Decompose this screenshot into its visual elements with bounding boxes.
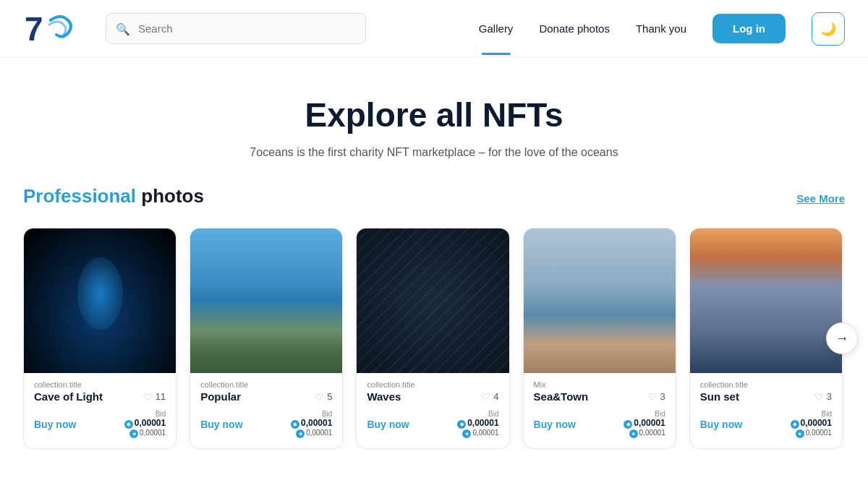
card-collection-sea-town: Mix — [534, 380, 665, 389]
login-button[interactable]: Log in — [712, 14, 786, 43]
cards-wrapper: collection.title Cave of Light ♡ 11 Buy … — [23, 228, 845, 449]
card-name-cave-of-light: Cave of Light — [34, 390, 103, 403]
price-value-sea-town: ◈0,00001 — [624, 418, 665, 429]
card-name-row-sun-set: Sun set ♡ 3 — [700, 390, 832, 403]
buy-button-sea-town[interactable]: Buy now — [534, 419, 576, 430]
see-more-link[interactable]: See More — [796, 192, 845, 205]
price-value-cave-of-light: ◈0,00001 — [124, 418, 166, 429]
arrow-right-icon: → — [835, 331, 848, 346]
price-value-waves: ◈0,00001 — [457, 418, 498, 429]
section-title-rest: photos — [136, 185, 204, 207]
cards-grid: collection.title Cave of Light ♡ 11 Buy … — [23, 228, 845, 449]
card-body-sea-town: Mix Sea&Town ♡ 3 Buy now Bid ◈0,00001 ◈0… — [524, 373, 676, 448]
moon-icon: 🌙 — [820, 21, 836, 37]
card-likes-cave-of-light: ♡ 11 — [143, 391, 166, 403]
section-title-accent: Professional — [23, 185, 136, 207]
logo[interactable]: 7 — [23, 7, 88, 51]
eth-icon-sea-town: ◈ — [624, 420, 632, 429]
eth-state-icon-waves: ◈ — [462, 429, 471, 438]
card-body-sun-set: collection.title Sun set ♡ 3 Buy now Bid… — [690, 373, 842, 448]
card-image-sea-town — [524, 228, 676, 373]
state-price-sea-town: ◈0,00001 — [624, 429, 665, 438]
buy-button-popular[interactable]: Buy now — [200, 419, 242, 430]
likes-count-popular: 5 — [327, 391, 332, 402]
search-icon: 🔍 — [116, 22, 130, 35]
next-arrow-button[interactable]: → — [826, 322, 858, 354]
price-value-sun-set: ◈0,00001 — [791, 418, 832, 429]
card-image-waves — [357, 228, 509, 373]
eth-icon-waves: ◈ — [457, 420, 466, 429]
card-likes-sun-set: ♡ 3 — [814, 391, 832, 403]
header: 7 🔍 Gallery Donate photos Thank you Log … — [0, 0, 868, 58]
card-price-row-sun-set: Buy now Bid ◈0,00001 ◈0,00001 — [700, 410, 832, 438]
card-name-row-cave-of-light: Cave of Light ♡ 11 — [34, 390, 166, 403]
card-likes-popular: ♡ 5 — [315, 391, 332, 403]
eth-state-icon-sea-town: ◈ — [629, 429, 638, 438]
card-body-popular: collection.title Popular ♡ 5 Buy now Bid… — [190, 373, 342, 448]
buy-button-sun-set[interactable]: Buy now — [700, 419, 742, 430]
likes-count-waves: 4 — [493, 391, 498, 402]
bid-label-popular: Bid — [291, 410, 332, 418]
theme-toggle-button[interactable]: 🌙 — [812, 12, 845, 46]
card-waves: collection.title Waves ♡ 4 Buy now Bid ◈… — [356, 228, 509, 449]
state-price-cave-of-light: ◈0,00001 — [124, 429, 166, 438]
nav-donate[interactable]: Donate photos — [539, 22, 610, 35]
hero-title: Explore all NFTs — [23, 95, 845, 134]
card-image-sun-set — [690, 228, 842, 373]
eth-icon-popular: ◈ — [291, 420, 299, 429]
card-likes-waves: ♡ 4 — [481, 391, 498, 403]
search-input[interactable] — [106, 13, 366, 44]
likes-count-cave-of-light: 11 — [156, 391, 166, 402]
heart-icon-sun-set: ♡ — [814, 391, 824, 403]
section-title: Professional photos — [23, 185, 204, 207]
card-name-popular: Popular — [200, 390, 241, 403]
heart-icon-cave-of-light: ♡ — [143, 391, 153, 403]
card-name-row-waves: Waves ♡ 4 — [367, 390, 498, 403]
card-name-row-popular: Popular ♡ 5 — [200, 390, 332, 403]
card-cave-of-light: collection.title Cave of Light ♡ 11 Buy … — [23, 228, 176, 449]
section-header: Professional photos See More — [23, 185, 845, 207]
likes-count-sun-set: 3 — [827, 391, 832, 402]
card-collection-sun-set: collection.title — [700, 380, 832, 389]
card-price-row-waves: Buy now Bid ◈0,00001 ◈0,00001 — [367, 410, 498, 438]
state-price-popular: ◈0,00001 — [291, 429, 332, 438]
card-collection-waves: collection.title — [367, 380, 498, 389]
card-body-waves: collection.title Waves ♡ 4 Buy now Bid ◈… — [357, 373, 509, 448]
bid-label-cave-of-light: Bid — [124, 410, 166, 418]
state-price-sun-set: ◈0,00001 — [791, 429, 832, 438]
card-name-row-sea-town: Sea&Town ♡ 3 — [534, 390, 665, 403]
heart-icon-sea-town: ♡ — [648, 391, 658, 403]
hero-section: Explore all NFTs 7oceans is the first ch… — [0, 58, 868, 185]
buy-button-waves[interactable]: Buy now — [367, 419, 409, 430]
bid-label-sun-set: Bid — [791, 410, 832, 418]
professional-photos-section: Professional photos See More collection.… — [0, 185, 868, 478]
card-price-info-sun-set: Bid ◈0,00001 ◈0,00001 — [791, 410, 832, 438]
hero-subtitle: 7oceans is the first charity NFT marketp… — [23, 146, 845, 159]
card-body-cave-of-light: collection.title Cave of Light ♡ 11 Buy … — [24, 373, 176, 448]
nav-thankyou[interactable]: Thank you — [636, 22, 686, 35]
eth-icon-sun-set: ◈ — [791, 420, 799, 429]
eth-state-icon-popular: ◈ — [296, 429, 305, 438]
card-image-cave-of-light — [24, 228, 176, 373]
card-sun-set: collection.title Sun set ♡ 3 Buy now Bid… — [689, 228, 843, 449]
card-collection-cave-of-light: collection.title — [34, 380, 166, 389]
card-sea-town: Mix Sea&Town ♡ 3 Buy now Bid ◈0,00001 ◈0… — [523, 228, 676, 449]
likes-count-sea-town: 3 — [660, 391, 665, 402]
card-name-sun-set: Sun set — [700, 390, 739, 403]
nav-gallery[interactable]: Gallery — [479, 22, 514, 35]
card-popular: collection.title Popular ♡ 5 Buy now Bid… — [190, 228, 343, 449]
heart-icon-popular: ♡ — [315, 391, 324, 403]
card-price-info-popular: Bid ◈0,00001 ◈0,00001 — [291, 410, 332, 438]
card-price-row-cave-of-light: Buy now Bid ◈0,00001 ◈0,00001 — [34, 410, 166, 438]
eth-icon-cave-of-light: ◈ — [124, 420, 133, 429]
card-price-info-sea-town: Bid ◈0,00001 ◈0,00001 — [624, 410, 665, 438]
state-price-waves: ◈0,00001 — [457, 429, 498, 438]
card-likes-sea-town: ♡ 3 — [648, 391, 665, 403]
card-price-info-waves: Bid ◈0,00001 ◈0,00001 — [457, 410, 498, 438]
eth-state-icon-cave-of-light: ◈ — [129, 429, 138, 438]
buy-button-cave-of-light[interactable]: Buy now — [34, 419, 76, 430]
card-price-row-sea-town: Buy now Bid ◈0,00001 ◈0,00001 — [534, 410, 665, 438]
card-name-sea-town: Sea&Town — [534, 390, 589, 403]
card-price-info-cave-of-light: Bid ◈0,00001 ◈0,00001 — [124, 410, 166, 438]
heart-icon-waves: ♡ — [481, 391, 490, 403]
